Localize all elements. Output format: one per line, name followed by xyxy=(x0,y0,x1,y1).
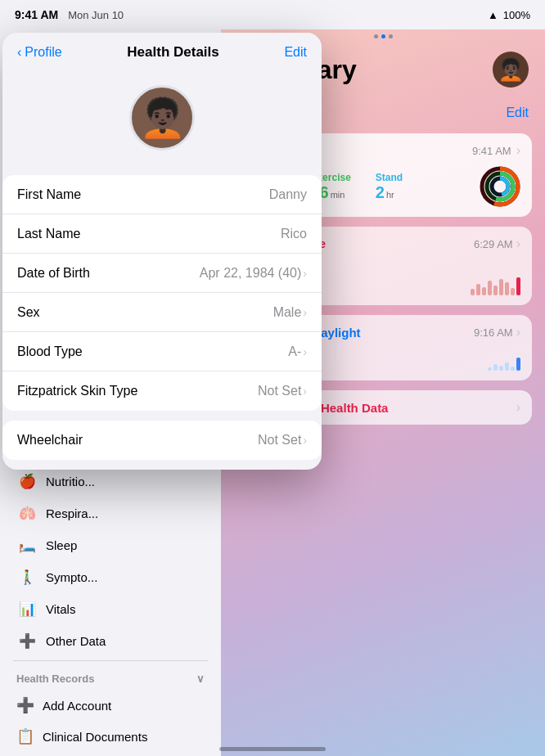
home-indicator xyxy=(219,747,326,751)
modal-avatar-section: 🧑🏿‍🦱 xyxy=(2,69,322,175)
dob-label: Date of Birth xyxy=(17,266,90,281)
modal-title: Health Details xyxy=(127,44,218,61)
modal-back-button[interactable]: ‹ Profile xyxy=(17,45,62,60)
wheelchair-chevron-icon: › xyxy=(303,434,307,447)
last-name-row: Last Name Rico xyxy=(2,214,322,254)
last-name-label: Last Name xyxy=(17,227,80,241)
skin-type-row[interactable]: Fitzpatrick Skin Type Not Set › xyxy=(2,371,322,411)
modal-form-main: First Name Danny Last Name Rico Date of … xyxy=(2,175,322,411)
blood-type-value: A- › xyxy=(288,344,307,359)
wheelchair-row[interactable]: Wheelchair Not Set › xyxy=(2,421,322,460)
avatar-emoji: 🧑🏿‍🦱 xyxy=(139,96,186,140)
sex-chevron-icon: › xyxy=(303,306,307,319)
modal-form-wheelchair: Wheelchair Not Set › xyxy=(2,421,322,460)
skin-type-chevron-icon: › xyxy=(303,385,307,398)
blood-type-label: Blood Type xyxy=(17,344,83,359)
sex-value: Male › xyxy=(273,305,307,320)
first-name-row: First Name Danny xyxy=(2,175,322,214)
wheelchair-label: Wheelchair xyxy=(17,433,83,448)
blood-type-chevron-icon: › xyxy=(303,345,307,358)
health-details-modal: ‹ Profile Health Details Edit 🧑🏿‍🦱 First… xyxy=(2,33,322,470)
first-name-value: Danny xyxy=(269,187,307,202)
blood-type-row[interactable]: Blood Type A- › xyxy=(2,332,322,371)
back-label: Profile xyxy=(25,45,61,60)
first-name-label: First Name xyxy=(17,187,81,202)
skin-type-label: Fitzpatrick Skin Type xyxy=(17,384,137,398)
modal-nav: ‹ Profile Health Details Edit xyxy=(2,33,322,69)
dob-row[interactable]: Date of Birth Apr 22, 1984 (40) › xyxy=(2,254,322,293)
sex-row[interactable]: Sex Male › xyxy=(2,293,322,332)
dob-value: Apr 22, 1984 (40) › xyxy=(200,266,307,281)
modal-edit-button[interactable]: Edit xyxy=(284,45,307,60)
dob-chevron-icon: › xyxy=(303,267,307,280)
last-name-value: Rico xyxy=(281,227,307,241)
chevron-left-icon: ‹ xyxy=(17,45,21,60)
skin-type-value: Not Set › xyxy=(258,384,307,398)
sex-label: Sex xyxy=(17,305,40,320)
wheelchair-value: Not Set › xyxy=(258,433,307,448)
modal-avatar[interactable]: 🧑🏿‍🦱 xyxy=(129,85,195,151)
modal-overlay: ‹ Profile Health Details Edit 🧑🏿‍🦱 First… xyxy=(0,0,545,756)
